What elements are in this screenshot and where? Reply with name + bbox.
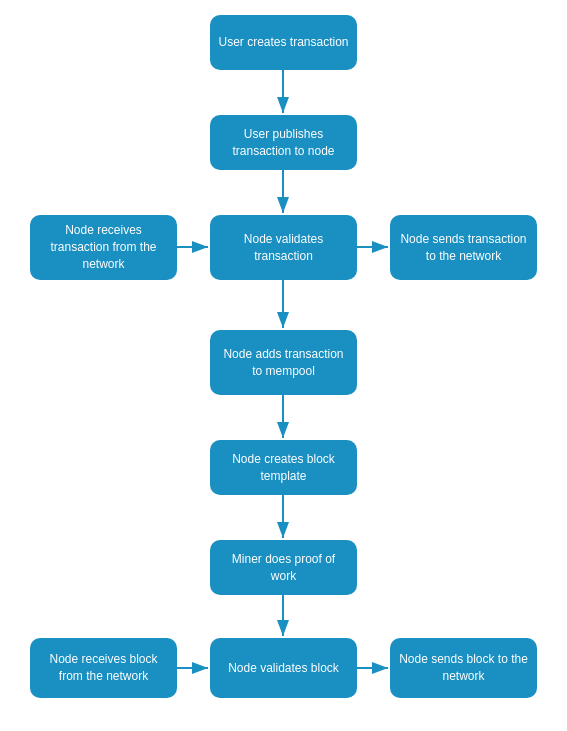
node-sends-block: Node sends block to the network xyxy=(390,638,537,698)
node-sends-tx: Node sends transaction to the network xyxy=(390,215,537,280)
miner-pow: Miner does proof of work xyxy=(210,540,357,595)
diagram: User creates transactionUser publishes t… xyxy=(0,0,567,731)
node-adds-mempool: Node adds transaction to mempool xyxy=(210,330,357,395)
node-validates-block: Node validates block xyxy=(210,638,357,698)
user-publishes: User publishes transaction to node xyxy=(210,115,357,170)
node-creates-block: Node creates block template xyxy=(210,440,357,495)
node-receives-tx: Node receives transaction from the netwo… xyxy=(30,215,177,280)
user-creates: User creates transaction xyxy=(210,15,357,70)
node-validates-tx: Node validates transaction xyxy=(210,215,357,280)
node-receives-block: Node receives block from the network xyxy=(30,638,177,698)
